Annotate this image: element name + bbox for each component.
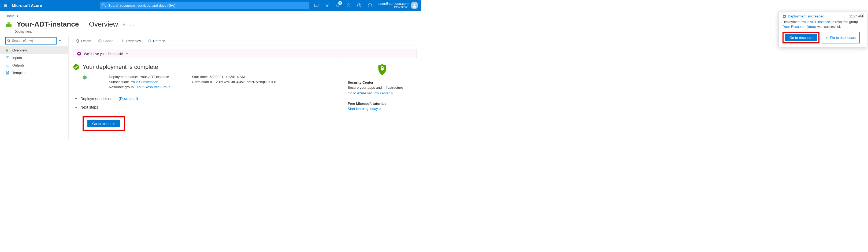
feedback-text: We'd love your feedback! <box>84 52 123 56</box>
pin-blade-button[interactable] <box>121 22 127 28</box>
svg-point-2 <box>348 5 349 6</box>
security-center-link[interactable]: Go to Azure security center > <box>348 91 393 95</box>
deployment-icon <box>5 20 14 29</box>
success-icon <box>73 64 79 70</box>
subscription-link[interactable]: Your-Subscription <box>131 80 158 84</box>
outputs-icon <box>5 63 10 67</box>
notifications-button[interactable]: 2 <box>332 0 343 11</box>
more-button[interactable]: ⋯ <box>129 22 135 28</box>
sidebar-search-input[interactable] <box>5 37 56 44</box>
refresh-icon <box>148 39 151 43</box>
correlation-id-value: A1bC2dE3fH4iJ5kL6mN7oP8qR9sT0u <box>216 80 276 84</box>
feedback-button[interactable] <box>365 0 375 11</box>
security-center-text: Secure your apps and infrastructure <box>348 86 416 90</box>
svg-rect-12 <box>7 22 10 24</box>
sidebar-item-overview[interactable]: Overview <box>0 46 68 54</box>
blade-header: Your-ADT-instance | Overview ⋯ <box>0 19 421 31</box>
help-icon <box>357 3 361 7</box>
deployment-details-toggle[interactable]: Deployment details (Download) <box>74 94 339 103</box>
svg-rect-11 <box>9 24 11 27</box>
redeploy-button[interactable]: Redeploy <box>118 38 144 44</box>
download-link[interactable]: (Download) <box>119 96 138 101</box>
topbar: Microsoft Azure 2 user@contoso.com CONTO… <box>0 0 421 11</box>
sidebar-item-label: Outputs <box>12 63 25 67</box>
sidebar-item-label: Overview <box>12 48 27 52</box>
cloud-shell-icon <box>314 3 318 7</box>
blade-section: Overview <box>89 20 118 28</box>
sidebar-item-label: Inputs <box>12 56 22 60</box>
svg-rect-16 <box>6 49 7 50</box>
blade-subtitle: Deployment <box>14 30 421 36</box>
svg-rect-10 <box>6 24 9 27</box>
feedback-banner[interactable]: We'd love your feedback! <box>73 49 416 58</box>
search-icon <box>7 39 10 42</box>
delete-button[interactable]: Delete <box>73 38 94 44</box>
tutorials-link[interactable]: Start learning today > <box>348 107 381 111</box>
megaphone-icon <box>77 52 81 56</box>
hamburger-icon <box>3 3 7 7</box>
smiley-icon <box>368 3 372 7</box>
brand[interactable]: Microsoft Azure <box>11 3 46 8</box>
avatar[interactable] <box>411 2 418 9</box>
highlight-box: Go to resource <box>83 116 125 131</box>
deployment-name-value: Your-ADT-instance <box>140 75 169 79</box>
sidebar-item-inputs[interactable]: Inputs <box>0 54 68 61</box>
svg-point-0 <box>103 4 105 6</box>
account-menu[interactable]: user@contoso.com CONTOSO <box>375 2 411 9</box>
refresh-button[interactable]: Refresh <box>145 38 168 44</box>
global-search <box>100 2 309 9</box>
cancel-button: Cancel <box>95 38 117 44</box>
main: Delete Cancel Redeploy Refresh We'd love… <box>69 36 421 139</box>
deployment-summary: Deployment name: Your-ADT-instance Subsc… <box>82 75 339 89</box>
topbar-right: 2 user@contoso.com CONTOSO <box>311 0 421 11</box>
chevron-up-icon <box>74 106 78 109</box>
collapse-sidebar-button[interactable] <box>58 39 62 43</box>
chevron-left-icon <box>58 39 62 42</box>
sidebar-item-label: Template <box>12 71 27 75</box>
svg-point-8 <box>414 4 415 6</box>
inputs-icon <box>5 56 10 60</box>
breadcrumb-home[interactable]: Home <box>5 14 15 18</box>
portal-menu-button[interactable] <box>0 0 11 11</box>
cloud-shell-button[interactable] <box>311 0 322 11</box>
template-icon <box>5 70 10 75</box>
shield-icon <box>377 64 388 76</box>
gear-icon <box>346 3 351 7</box>
notification-badge: 2 <box>338 1 342 5</box>
settings-button[interactable] <box>343 0 354 11</box>
svg-point-4 <box>359 6 359 6</box>
start-time-value: 6/2/2021, 11:24:14 AM <box>210 75 245 79</box>
trash-icon <box>75 39 80 43</box>
arrow-right-icon <box>125 52 129 56</box>
directory-filter-button[interactable] <box>322 0 332 11</box>
pin-icon <box>122 23 125 27</box>
right-rail: Security Center Secure your apps and inf… <box>343 58 421 139</box>
resource-group-link[interactable]: Your-Resource-Group <box>136 85 170 89</box>
breadcrumb-separator: > <box>16 14 20 18</box>
sidebar: Overview Inputs Outputs Template <box>0 36 69 139</box>
svg-point-13 <box>7 39 10 41</box>
sidebar-item-outputs[interactable]: Outputs <box>0 61 68 69</box>
globe-icon <box>82 75 87 80</box>
command-bar: Delete Cancel Redeploy Refresh <box>69 36 421 46</box>
account-email: user@contoso.com <box>378 2 408 6</box>
breadcrumb: Home > <box>0 11 421 19</box>
cancel-icon <box>98 39 102 43</box>
search-icon <box>102 3 106 7</box>
svg-rect-14 <box>6 50 7 52</box>
content: Overview Inputs Outputs Template Delete … <box>0 36 421 139</box>
svg-point-6 <box>369 5 369 5</box>
blade-title: Your-ADT-instance <box>17 20 79 28</box>
security-center-heading: Security Center <box>348 81 416 85</box>
next-steps-toggle[interactable]: Next steps <box>74 103 339 112</box>
svg-point-5 <box>368 4 372 7</box>
status-title: Your deployment is complete <box>83 64 158 70</box>
upload-icon <box>121 39 125 43</box>
svg-rect-1 <box>314 4 318 7</box>
overview-icon <box>5 48 10 52</box>
help-button[interactable] <box>354 0 365 11</box>
sidebar-item-template[interactable]: Template <box>0 69 68 76</box>
go-to-resource-button[interactable]: Go to resource <box>87 120 120 127</box>
svg-rect-22 <box>381 68 383 70</box>
global-search-input[interactable] <box>100 2 309 9</box>
